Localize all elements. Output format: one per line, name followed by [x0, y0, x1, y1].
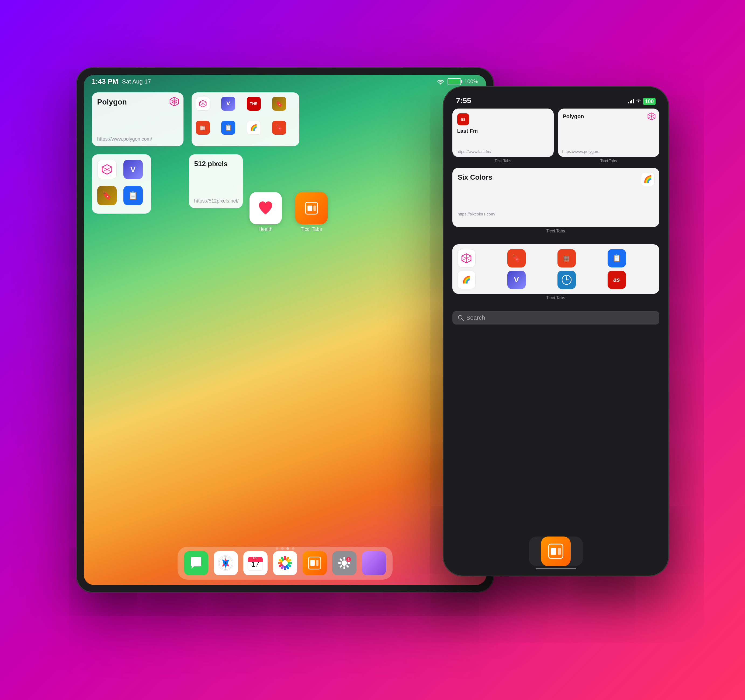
- svg-rect-51: [344, 566, 345, 569]
- svg-rect-58: [630, 101, 631, 103]
- search-placeholder: Search: [467, 314, 485, 321]
- ipad-status-icons: 100%: [437, 78, 478, 85]
- 512pixels-url: https://512pixels.net/: [194, 198, 239, 204]
- sixcolors-icon: 🌈: [641, 173, 654, 186]
- wifi-icon: [636, 99, 641, 103]
- svg-point-24: [225, 563, 227, 564]
- dock-app-purple[interactable]: [362, 551, 386, 575]
- svg-rect-57: [628, 102, 629, 103]
- svg-rect-76: [551, 548, 556, 555]
- ipad-polygon-widget[interactable]: Polygon https://www.polygon.com/: [92, 93, 184, 146]
- iphone-sixcolors-widget[interactable]: 🌈 Six Colors https://sixcolors.com/: [452, 168, 659, 227]
- iphone-grid-wrapper: 🔖 ▦ 📋 🌈 V: [452, 244, 659, 300]
- polygon-provider: Ticci Tabs: [600, 159, 617, 163]
- sixcolors-title: Six Colors: [458, 173, 492, 181]
- svg-rect-60: [633, 99, 634, 103]
- svg-rect-59: [631, 100, 632, 103]
- iphone-grid-bookmark: 🔖: [507, 249, 526, 267]
- dock-settings[interactable]: 1: [332, 551, 356, 575]
- svg-point-72: [566, 279, 567, 281]
- svg-rect-53: [338, 563, 341, 564]
- grid-provider: Ticci Tabs: [452, 296, 659, 300]
- iphone-widget-row-1: as Last Fm https://www.last.fm/ Ticci Ta…: [452, 109, 659, 157]
- iphone-grid-vectorize: V: [507, 271, 526, 289]
- home-indicator: [536, 568, 576, 569]
- iphone-search-bar[interactable]: Search: [452, 311, 659, 325]
- polygon-logo-icon: [169, 97, 179, 106]
- dock-safari[interactable]: [214, 551, 238, 575]
- iphone-dock-ticcitabs[interactable]: [541, 536, 571, 566]
- svg-rect-30: [284, 556, 286, 560]
- battery-percent: 100%: [464, 78, 478, 85]
- iphone-grid-polygon: [457, 249, 476, 267]
- lastfm-widget-wrapper: as Last Fm https://www.last.fm/ Ticci Ta…: [452, 109, 554, 157]
- iphone-grid-reeder: ▦: [558, 249, 576, 267]
- svg-rect-49: [347, 563, 350, 564]
- iphone-lastfm-widget[interactable]: as Last Fm https://www.last.fm/: [452, 109, 554, 157]
- grid-icon-sixcolors: 🌈: [247, 121, 261, 135]
- ipad-512pixels-widget[interactable]: 512 pixels https://512pixels.net/: [189, 154, 243, 208]
- svg-rect-33: [288, 562, 292, 564]
- iphone-device: 7:55 100: [443, 86, 669, 576]
- svg-point-42: [282, 560, 288, 566]
- grid-icon-polygon: [196, 97, 210, 111]
- polygon-icon-small: [648, 112, 655, 120]
- ipad-ticcitabs-app[interactable]: Ticci Tabs: [291, 192, 332, 239]
- svg-rect-17: [313, 206, 316, 211]
- dock-photos[interactable]: [273, 551, 297, 575]
- iphone-screen: 7:55 100: [447, 91, 664, 572]
- svg-line-74: [462, 319, 464, 321]
- ipad-time: 1:43 PM: [92, 77, 118, 86]
- ipad-health-app[interactable]: Health: [245, 192, 286, 239]
- ipad-screen: 1:43 PM Sat Aug 17 100% Polygon: [84, 75, 486, 585]
- svg-rect-54: [339, 558, 342, 561]
- devices-container: 1:43 PM Sat Aug 17 100% Polygon: [76, 54, 669, 646]
- sixcolors-url: https://sixcolors.com/: [458, 212, 495, 216]
- polygon-widget-url: https://www.polygon.com/: [97, 136, 152, 142]
- svg-rect-52: [339, 565, 342, 568]
- iphone-grid-widget[interactable]: 🔖 ▦ 📋 🌈 V: [452, 244, 659, 294]
- lastfm-title: Last Fm: [457, 128, 478, 134]
- six-colors-wrapper: 🌈 Six Colors https://sixcolors.com/ Ticc…: [452, 168, 659, 233]
- polygon-iphone-title: Polygon: [563, 113, 584, 119]
- svg-point-46: [342, 560, 347, 566]
- grid-icon-fantastical: 📋: [221, 121, 235, 135]
- iphone-time: 7:55: [456, 96, 471, 105]
- iphone-status-icons: 100: [628, 98, 655, 105]
- dock-messages[interactable]: [184, 551, 208, 575]
- ipad-date: Sat Aug 17: [122, 78, 151, 85]
- svg-rect-36: [284, 566, 286, 570]
- icon-polygon-small: [97, 160, 117, 179]
- lastfm-icon: as: [457, 113, 469, 125]
- lastfm-provider: Ticci Tabs: [495, 159, 511, 163]
- iphone-dock: [529, 536, 583, 566]
- dock-calendar[interactable]: SAT 17: [243, 551, 268, 575]
- ipad-content: Polygon https://www.polygon.com/: [89, 90, 481, 553]
- grid-icon-vectorize: V: [221, 97, 235, 111]
- ipad-small-grid-widget[interactable]: V 🔖 📋: [92, 154, 151, 213]
- search-icon: [458, 315, 464, 321]
- iphone-polygon-widget[interactable]: Polygon https://www.polygon...: [558, 109, 659, 157]
- grid-icon-readwise: 🔖: [272, 97, 286, 111]
- wifi-icon: [437, 79, 444, 85]
- health-label: Health: [245, 227, 286, 232]
- svg-rect-16: [307, 206, 312, 211]
- iphone-grid-fantastical: 📋: [607, 249, 626, 267]
- ipad-grid-widget[interactable]: V THR 🔖 ▦ 📋 🌈: [191, 93, 299, 146]
- iphone-grid-clock: [558, 271, 576, 289]
- polygon-widget-wrapper: Polygon https://www.polygon... Ticci Tab…: [558, 109, 659, 157]
- svg-rect-47: [344, 557, 345, 560]
- svg-rect-77: [558, 548, 561, 555]
- svg-text:SAT: SAT: [253, 556, 258, 559]
- sixcolors-provider: Ticci Tabs: [452, 229, 659, 233]
- iphone-content: as Last Fm https://www.last.fm/ Ticci Ta…: [452, 109, 659, 545]
- dock-ticcitabs[interactable]: [302, 551, 327, 575]
- iphone-battery-badge: 100: [643, 98, 655, 105]
- lastfm-url: https://www.last.fm/: [457, 149, 491, 154]
- polygon-iphone-url: https://www.polygon...: [562, 149, 601, 154]
- 512pixels-title: 512 pixels: [194, 160, 228, 168]
- grid-icon-bookmark2: 🔖: [272, 121, 286, 135]
- svg-text:17: 17: [251, 560, 259, 568]
- icon-vectorize-small: V: [123, 160, 143, 179]
- svg-rect-44: [310, 560, 315, 566]
